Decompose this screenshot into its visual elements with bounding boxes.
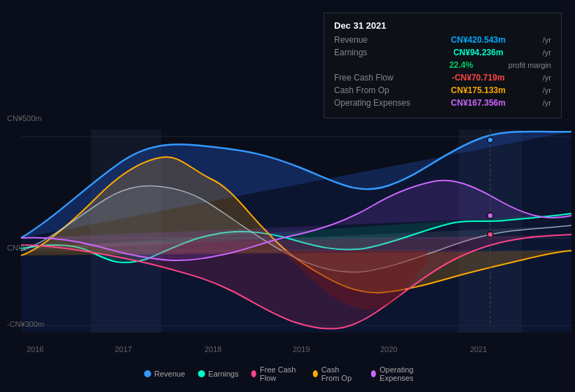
legend: Revenue Earnings Free Cash Flow Cash Fro… (144, 365, 431, 382)
tooltip-label-earnings: Earnings (334, 48, 418, 57)
legend-dot-earnings (198, 370, 205, 377)
legend-label-cashop: Cash From Op (321, 365, 359, 382)
tooltip-unit-opex: /yr (543, 99, 551, 107)
legend-item-opex[interactable]: Operating Expenses (371, 365, 431, 382)
legend-item-revenue[interactable]: Revenue (144, 370, 185, 378)
svg-point-11 (487, 232, 493, 237)
tooltip-unit-margin: profit margin (508, 61, 551, 69)
tooltip-value-opex: CN¥167.356m (451, 98, 506, 108)
legend-dot-opex (371, 370, 376, 377)
tooltip-value-revenue: CN¥420.543m (451, 35, 506, 45)
tooltip-label-revenue: Revenue (334, 35, 418, 45)
tooltip-title: Dec 31 2021 (334, 20, 551, 31)
tooltip-value-cashop: CN¥175.133m (451, 85, 506, 95)
x-label-2020: 2020 (380, 345, 397, 354)
x-label-2021: 2021 (470, 345, 487, 354)
tooltip: Dec 31 2021 Revenue CN¥420.543m /yr Earn… (324, 13, 562, 118)
tooltip-label-cashop: Cash From Op (334, 85, 418, 95)
legend-dot-cashop (312, 370, 317, 377)
legend-label-revenue: Revenue (154, 370, 185, 378)
tooltip-unit-cashop: /yr (543, 86, 551, 94)
legend-label-fcf: Free Cash Flow (260, 365, 300, 382)
legend-label-earnings: Earnings (208, 370, 238, 378)
tooltip-unit-revenue: /yr (543, 36, 551, 44)
chart-container: CN¥500m CN¥0 -CN¥300m 2016 2017 2018 201… (0, 0, 575, 392)
x-label-2016: 2016 (27, 345, 43, 354)
tooltip-row-cashop: Cash From Op CN¥175.133m /yr (334, 85, 551, 95)
legend-item-fcf[interactable]: Free Cash Flow (251, 365, 300, 382)
y-label-zero: CN¥0 (7, 244, 27, 252)
tooltip-row-opex: Operating Expenses CN¥167.356m /yr (334, 98, 551, 108)
y-label-bottom: -CN¥300m (7, 320, 44, 328)
tooltip-value-fcf: -CN¥70.719m (452, 73, 504, 83)
legend-item-cashop[interactable]: Cash From Op (312, 365, 358, 382)
tooltip-row-revenue: Revenue CN¥420.543m /yr (334, 35, 551, 45)
tooltip-unit-earnings: /yr (543, 48, 551, 57)
svg-point-10 (487, 213, 493, 218)
svg-point-9 (487, 137, 493, 143)
tooltip-label-opex: Operating Expenses (334, 98, 418, 108)
legend-label-opex: Operating Expenses (380, 365, 431, 382)
legend-item-earnings[interactable]: Earnings (198, 370, 238, 378)
tooltip-row-earnings: Earnings CN¥94.236m /yr (334, 48, 551, 57)
tooltip-row-margin: 22.4% profit margin (334, 60, 551, 70)
tooltip-label-fcf: Free Cash Flow (334, 73, 418, 83)
tooltip-unit-fcf: /yr (543, 74, 551, 82)
legend-dot-fcf (251, 370, 256, 377)
tooltip-row-fcf: Free Cash Flow -CN¥70.719m /yr (334, 73, 551, 83)
x-label-2017: 2017 (115, 345, 132, 354)
tooltip-value-margin: 22.4% (449, 60, 473, 70)
x-label-2019: 2019 (293, 345, 310, 354)
legend-dot-revenue (144, 370, 151, 377)
x-label-2018: 2018 (205, 345, 221, 354)
tooltip-value-earnings: CN¥94.236m (453, 48, 503, 57)
y-label-top: CN¥500m (7, 114, 42, 122)
